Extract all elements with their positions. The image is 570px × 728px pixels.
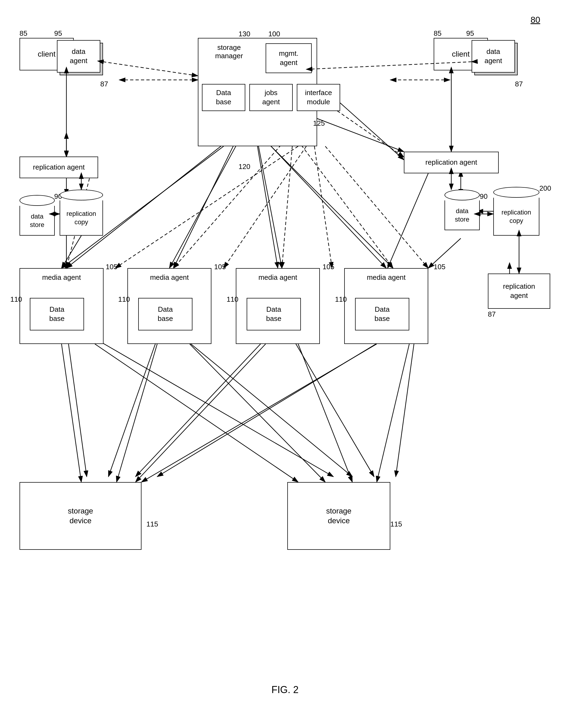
storage-device-left-box: storage device xyxy=(19,482,141,550)
media-agent-1-label: media agent xyxy=(42,273,81,282)
ref-120: 120 xyxy=(239,162,250,171)
ref-85-left: 85 xyxy=(19,29,27,38)
database-sm-box: Data base xyxy=(202,84,245,111)
svg-line-22 xyxy=(95,338,333,477)
replication-agent-left-label: replication agent xyxy=(33,163,85,172)
data-agent-left-box: data agent xyxy=(57,40,100,73)
database-ma3-box: Data base xyxy=(247,298,301,330)
replication-copy-left-label: replication copy xyxy=(66,209,96,226)
svg-line-23 xyxy=(108,338,157,477)
media-agent-3-label: media agent xyxy=(258,273,297,282)
ref-110-1: 110 xyxy=(10,295,22,303)
storage-device-left-label: storage device xyxy=(68,506,93,526)
ref-130: 130 xyxy=(239,30,250,38)
ref-105-4: 105 xyxy=(434,263,445,271)
ref-105-1: 105 xyxy=(106,263,117,271)
svg-line-12 xyxy=(258,141,282,268)
interface-module-label: interface module xyxy=(305,88,332,107)
replication-agent-bottom-right-box: replication agent xyxy=(488,273,550,309)
svg-line-24 xyxy=(184,338,352,477)
mgmt-agent-label: mgmt. agent xyxy=(279,49,298,67)
svg-line-13 xyxy=(266,141,393,268)
client-right-label: client xyxy=(452,49,470,59)
storage-device-right-label: storage device xyxy=(326,506,351,526)
database-ma2-box: Data base xyxy=(138,298,193,330)
svg-line-25 xyxy=(135,338,266,477)
svg-line-16 xyxy=(298,141,393,268)
svg-line-14 xyxy=(174,141,285,268)
data-agent-right-label: data agent xyxy=(484,47,502,66)
ref-200-right: 200 xyxy=(539,184,551,192)
svg-line-15 xyxy=(282,141,293,268)
ref-115-left: 115 xyxy=(147,520,158,528)
data-store-left: data store xyxy=(19,195,55,236)
ref-87-right: 87 xyxy=(515,80,523,88)
ref-90-right: 90 xyxy=(480,192,488,201)
replication-copy-right-label: replication copy xyxy=(502,208,531,225)
ref-105-3: 105 xyxy=(322,263,334,271)
ref-87-bottom-right: 87 xyxy=(488,310,496,318)
database-sm-label: Data base xyxy=(216,88,231,107)
figure-number: 80 xyxy=(530,15,540,25)
interface-module-box: interface module xyxy=(297,84,340,111)
svg-line-30 xyxy=(312,116,404,152)
database-ma1-box: Data base xyxy=(30,298,84,330)
ref-100: 100 xyxy=(268,30,280,38)
svg-line-28 xyxy=(396,338,415,477)
figure-caption: FIG. 2 xyxy=(271,684,298,696)
diagram: 80 85 client 95 data agent 87 200 111 re… xyxy=(0,0,570,728)
storage-manager-label: storage manager xyxy=(202,43,256,60)
svg-line-21 xyxy=(68,338,87,477)
database-ma3-label: Data base xyxy=(266,305,281,323)
data-agent-left-label: data agent xyxy=(70,47,87,66)
database-ma4-label: Data base xyxy=(374,305,390,323)
replication-agent-bottom-right-label: replication agent xyxy=(503,282,535,300)
replication-agent-top-right-label: replication agent xyxy=(425,158,477,167)
data-store-right-label: data store xyxy=(455,207,469,223)
svg-line-26 xyxy=(293,338,374,477)
replication-agent-top-right-box: replication agent xyxy=(404,152,499,173)
svg-line-27 xyxy=(157,338,385,477)
replication-agent-left-box: replication agent xyxy=(19,156,98,178)
ref-87-left: 87 xyxy=(100,80,108,88)
ref-105-2: 105 xyxy=(214,263,226,271)
replication-copy-left: replication copy xyxy=(60,189,103,236)
jobs-agent-label: jobs agent xyxy=(262,88,280,107)
ref-110-2: 110 xyxy=(118,295,130,303)
ref-85-right: 85 xyxy=(434,29,442,38)
media-agent-2-label: media agent xyxy=(150,273,189,282)
replication-copy-right: replication copy xyxy=(493,187,539,236)
database-ma2-label: Data base xyxy=(158,305,173,323)
ref-95-right: 95 xyxy=(466,29,474,38)
database-ma4-box: Data base xyxy=(355,298,409,330)
database-ma1-label: Data base xyxy=(49,305,64,323)
ref-115-right: 115 xyxy=(390,520,402,528)
data-store-right: data store xyxy=(445,189,480,230)
jobs-agent-box: jobs agent xyxy=(249,84,293,111)
svg-line-11 xyxy=(174,141,236,268)
ref-110-3: 110 xyxy=(227,295,238,303)
media-agent-4-label: media agent xyxy=(367,273,405,282)
storage-device-right-box: storage device xyxy=(287,482,390,550)
ref-110-4: 110 xyxy=(335,295,347,303)
ref-125: 125 xyxy=(313,119,325,128)
ref-95-left: 95 xyxy=(54,29,62,38)
mgmt-agent-box: mgmt. agent xyxy=(266,43,312,73)
data-agent-right-box: data agent xyxy=(472,40,515,73)
client-left-label: client xyxy=(38,49,55,59)
data-store-left-label: data store xyxy=(30,212,44,229)
